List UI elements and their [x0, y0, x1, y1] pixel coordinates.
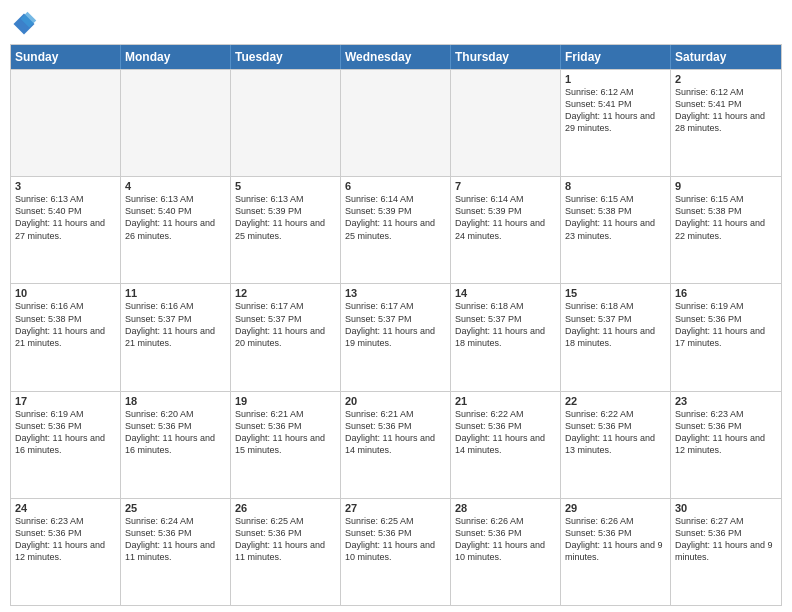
day-number: 17 [15, 395, 116, 407]
day-cell-5: 5Sunrise: 6:13 AM Sunset: 5:39 PM Daylig… [231, 177, 341, 283]
day-number: 22 [565, 395, 666, 407]
day-number: 13 [345, 287, 446, 299]
day-cell-14: 14Sunrise: 6:18 AM Sunset: 5:37 PM Dayli… [451, 284, 561, 390]
day-cell-23: 23Sunrise: 6:23 AM Sunset: 5:36 PM Dayli… [671, 392, 781, 498]
day-cell-20: 20Sunrise: 6:21 AM Sunset: 5:36 PM Dayli… [341, 392, 451, 498]
logo-icon [10, 10, 38, 38]
day-number: 12 [235, 287, 336, 299]
header-cell-friday: Friday [561, 45, 671, 69]
cell-info: Sunrise: 6:13 AM Sunset: 5:39 PM Dayligh… [235, 193, 336, 242]
day-number: 10 [15, 287, 116, 299]
logo [10, 10, 42, 38]
cell-info: Sunrise: 6:13 AM Sunset: 5:40 PM Dayligh… [15, 193, 116, 242]
cell-info: Sunrise: 6:18 AM Sunset: 5:37 PM Dayligh… [455, 300, 556, 349]
day-cell-30: 30Sunrise: 6:27 AM Sunset: 5:36 PM Dayli… [671, 499, 781, 605]
calendar-header: SundayMondayTuesdayWednesdayThursdayFrid… [11, 45, 781, 69]
day-cell-27: 27Sunrise: 6:25 AM Sunset: 5:36 PM Dayli… [341, 499, 451, 605]
cell-info: Sunrise: 6:17 AM Sunset: 5:37 PM Dayligh… [235, 300, 336, 349]
day-cell-6: 6Sunrise: 6:14 AM Sunset: 5:39 PM Daylig… [341, 177, 451, 283]
cell-info: Sunrise: 6:23 AM Sunset: 5:36 PM Dayligh… [15, 515, 116, 564]
day-number: 24 [15, 502, 116, 514]
day-number: 30 [675, 502, 777, 514]
cell-info: Sunrise: 6:22 AM Sunset: 5:36 PM Dayligh… [565, 408, 666, 457]
day-number: 15 [565, 287, 666, 299]
calendar-row-2: 10Sunrise: 6:16 AM Sunset: 5:38 PM Dayli… [11, 283, 781, 390]
cell-info: Sunrise: 6:19 AM Sunset: 5:36 PM Dayligh… [675, 300, 777, 349]
day-number: 7 [455, 180, 556, 192]
day-cell-24: 24Sunrise: 6:23 AM Sunset: 5:36 PM Dayli… [11, 499, 121, 605]
day-cell-17: 17Sunrise: 6:19 AM Sunset: 5:36 PM Dayli… [11, 392, 121, 498]
calendar-row-3: 17Sunrise: 6:19 AM Sunset: 5:36 PM Dayli… [11, 391, 781, 498]
cell-info: Sunrise: 6:27 AM Sunset: 5:36 PM Dayligh… [675, 515, 777, 564]
day-cell-1: 1Sunrise: 6:12 AM Sunset: 5:41 PM Daylig… [561, 70, 671, 176]
day-number: 8 [565, 180, 666, 192]
day-number: 4 [125, 180, 226, 192]
day-cell-28: 28Sunrise: 6:26 AM Sunset: 5:36 PM Dayli… [451, 499, 561, 605]
day-number: 14 [455, 287, 556, 299]
cell-info: Sunrise: 6:17 AM Sunset: 5:37 PM Dayligh… [345, 300, 446, 349]
day-cell-25: 25Sunrise: 6:24 AM Sunset: 5:36 PM Dayli… [121, 499, 231, 605]
empty-cell [231, 70, 341, 176]
day-number: 26 [235, 502, 336, 514]
cell-info: Sunrise: 6:26 AM Sunset: 5:36 PM Dayligh… [455, 515, 556, 564]
cell-info: Sunrise: 6:12 AM Sunset: 5:41 PM Dayligh… [675, 86, 777, 135]
day-number: 1 [565, 73, 666, 85]
calendar-row-4: 24Sunrise: 6:23 AM Sunset: 5:36 PM Dayli… [11, 498, 781, 605]
day-cell-19: 19Sunrise: 6:21 AM Sunset: 5:36 PM Dayli… [231, 392, 341, 498]
header-cell-thursday: Thursday [451, 45, 561, 69]
day-number: 20 [345, 395, 446, 407]
header-cell-saturday: Saturday [671, 45, 781, 69]
header-cell-tuesday: Tuesday [231, 45, 341, 69]
cell-info: Sunrise: 6:16 AM Sunset: 5:38 PM Dayligh… [15, 300, 116, 349]
cell-info: Sunrise: 6:14 AM Sunset: 5:39 PM Dayligh… [455, 193, 556, 242]
day-cell-8: 8Sunrise: 6:15 AM Sunset: 5:38 PM Daylig… [561, 177, 671, 283]
cell-info: Sunrise: 6:19 AM Sunset: 5:36 PM Dayligh… [15, 408, 116, 457]
day-number: 19 [235, 395, 336, 407]
cell-info: Sunrise: 6:25 AM Sunset: 5:36 PM Dayligh… [345, 515, 446, 564]
calendar-container: SundayMondayTuesdayWednesdayThursdayFrid… [0, 0, 792, 612]
day-number: 5 [235, 180, 336, 192]
day-cell-13: 13Sunrise: 6:17 AM Sunset: 5:37 PM Dayli… [341, 284, 451, 390]
cell-info: Sunrise: 6:26 AM Sunset: 5:36 PM Dayligh… [565, 515, 666, 564]
cell-info: Sunrise: 6:15 AM Sunset: 5:38 PM Dayligh… [565, 193, 666, 242]
cell-info: Sunrise: 6:25 AM Sunset: 5:36 PM Dayligh… [235, 515, 336, 564]
day-number: 6 [345, 180, 446, 192]
day-number: 18 [125, 395, 226, 407]
cell-info: Sunrise: 6:21 AM Sunset: 5:36 PM Dayligh… [235, 408, 336, 457]
day-number: 9 [675, 180, 777, 192]
day-number: 28 [455, 502, 556, 514]
day-number: 16 [675, 287, 777, 299]
empty-cell [341, 70, 451, 176]
calendar-body: 1Sunrise: 6:12 AM Sunset: 5:41 PM Daylig… [11, 69, 781, 605]
calendar-row-1: 3Sunrise: 6:13 AM Sunset: 5:40 PM Daylig… [11, 176, 781, 283]
day-number: 2 [675, 73, 777, 85]
day-cell-26: 26Sunrise: 6:25 AM Sunset: 5:36 PM Dayli… [231, 499, 341, 605]
header-cell-wednesday: Wednesday [341, 45, 451, 69]
cell-info: Sunrise: 6:20 AM Sunset: 5:36 PM Dayligh… [125, 408, 226, 457]
day-cell-22: 22Sunrise: 6:22 AM Sunset: 5:36 PM Dayli… [561, 392, 671, 498]
calendar: SundayMondayTuesdayWednesdayThursdayFrid… [10, 44, 782, 606]
header-cell-monday: Monday [121, 45, 231, 69]
day-number: 23 [675, 395, 777, 407]
day-cell-12: 12Sunrise: 6:17 AM Sunset: 5:37 PM Dayli… [231, 284, 341, 390]
cell-info: Sunrise: 6:14 AM Sunset: 5:39 PM Dayligh… [345, 193, 446, 242]
cell-info: Sunrise: 6:12 AM Sunset: 5:41 PM Dayligh… [565, 86, 666, 135]
cell-info: Sunrise: 6:15 AM Sunset: 5:38 PM Dayligh… [675, 193, 777, 242]
empty-cell [451, 70, 561, 176]
cell-info: Sunrise: 6:21 AM Sunset: 5:36 PM Dayligh… [345, 408, 446, 457]
day-cell-15: 15Sunrise: 6:18 AM Sunset: 5:37 PM Dayli… [561, 284, 671, 390]
header-row [10, 10, 782, 38]
cell-info: Sunrise: 6:23 AM Sunset: 5:36 PM Dayligh… [675, 408, 777, 457]
cell-info: Sunrise: 6:18 AM Sunset: 5:37 PM Dayligh… [565, 300, 666, 349]
calendar-row-0: 1Sunrise: 6:12 AM Sunset: 5:41 PM Daylig… [11, 69, 781, 176]
day-cell-7: 7Sunrise: 6:14 AM Sunset: 5:39 PM Daylig… [451, 177, 561, 283]
day-cell-9: 9Sunrise: 6:15 AM Sunset: 5:38 PM Daylig… [671, 177, 781, 283]
day-number: 21 [455, 395, 556, 407]
day-cell-2: 2Sunrise: 6:12 AM Sunset: 5:41 PM Daylig… [671, 70, 781, 176]
day-cell-4: 4Sunrise: 6:13 AM Sunset: 5:40 PM Daylig… [121, 177, 231, 283]
cell-info: Sunrise: 6:24 AM Sunset: 5:36 PM Dayligh… [125, 515, 226, 564]
day-number: 3 [15, 180, 116, 192]
empty-cell [121, 70, 231, 176]
empty-cell [11, 70, 121, 176]
day-cell-16: 16Sunrise: 6:19 AM Sunset: 5:36 PM Dayli… [671, 284, 781, 390]
